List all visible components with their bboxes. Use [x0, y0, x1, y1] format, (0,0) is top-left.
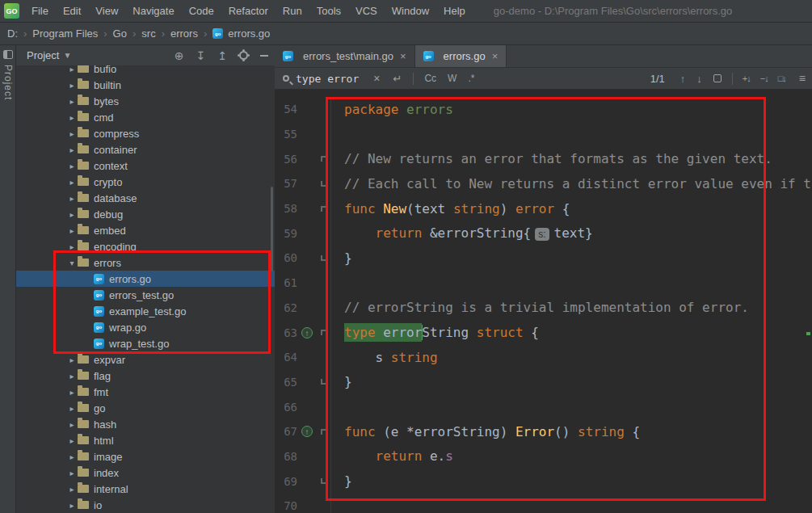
chevron-right-icon[interactable]: ▸ [66, 129, 78, 138]
tree-item-database[interactable]: ▸database [16, 190, 275, 206]
code-line-62[interactable]: 62// errorString is a trivial implementa… [275, 296, 812, 321]
filter-search-icon[interactable]: □↓ [778, 74, 786, 83]
breadcrumb-item-src[interactable]: src [141, 27, 155, 40]
code-line-55[interactable]: 55 [275, 122, 812, 147]
implemented-marker-icon[interactable]: ↑ [301, 426, 313, 437]
fold-end-icon[interactable] [321, 379, 326, 385]
chevron-right-icon[interactable]: ▸ [66, 194, 78, 203]
search-input[interactable]: type error [296, 73, 359, 85]
tab-close-icon[interactable]: × [400, 50, 406, 62]
tree-item-container[interactable]: ▸container [16, 141, 275, 158]
line-number[interactable]: 55 [275, 128, 297, 141]
fold-start-icon[interactable] [321, 429, 326, 435]
chevron-right-icon[interactable]: ▸ [66, 485, 78, 494]
line-number[interactable]: 54 [275, 103, 297, 116]
tree-item-errors-test-go[interactable]: goerrors_test.go [16, 287, 275, 303]
line-number[interactable]: 64 [275, 351, 297, 364]
fold-start-icon[interactable] [321, 330, 326, 335]
line-number[interactable]: 58 [275, 202, 297, 215]
code-line-68[interactable]: 68 return e.s [275, 444, 812, 469]
tree-item-embed[interactable]: ▸embed [16, 222, 275, 238]
tree-item-crypto[interactable]: ▸crypto [16, 174, 275, 190]
search-options-menu-icon[interactable]: ≡ [799, 72, 806, 85]
project-tool-window-icon[interactable] [3, 50, 13, 59]
menu-navigate[interactable]: Navigate [125, 0, 181, 22]
project-scrollbar-thumb[interactable] [271, 187, 273, 271]
hide-panel-icon[interactable] [260, 55, 268, 57]
line-number[interactable]: 62 [275, 301, 297, 314]
line-number[interactable]: 63 [275, 326, 297, 339]
tree-item-builtin[interactable]: ▸builtin [16, 77, 275, 93]
chevron-right-icon[interactable]: ▸ [66, 452, 78, 461]
remove-selection-icon[interactable]: −↓ [760, 74, 768, 83]
menu-tools[interactable]: Tools [309, 0, 348, 22]
chevron-right-icon[interactable]: ▸ [66, 178, 78, 187]
code-line-69[interactable]: 69} [275, 469, 812, 494]
tree-item-image[interactable]: ▸image [16, 448, 275, 465]
tree-item-index[interactable]: ▸index [16, 465, 275, 481]
code-line-61[interactable]: 61 [275, 271, 812, 296]
fold-start-icon[interactable] [321, 206, 326, 212]
line-number[interactable]: 61 [275, 276, 297, 289]
code-line-56[interactable]: 56// New returns an error that formats a… [275, 146, 812, 171]
locate-icon[interactable]: ⊕ [175, 50, 184, 61]
tree-item-errors[interactable]: ▾errors [16, 254, 275, 271]
line-number[interactable]: 57 [275, 177, 297, 190]
code-line-70[interactable]: 70 [275, 494, 812, 513]
breadcrumb-item-d[interactable]: D: [7, 27, 18, 40]
code-line-63[interactable]: 63↑type errorString struct { [275, 320, 812, 345]
tree-item-internal[interactable]: ▸internal [16, 481, 275, 497]
code-line-65[interactable]: 65} [275, 370, 812, 395]
menu-view[interactable]: View [88, 0, 125, 22]
code-line-66[interactable]: 66 [275, 394, 812, 419]
tree-item-html[interactable]: ▸html [16, 432, 275, 448]
chevron-right-icon[interactable]: ▸ [66, 372, 78, 381]
project-stripe-label[interactable]: Project [2, 65, 14, 100]
code-line-54[interactable]: 54package errors [275, 97, 812, 122]
menu-run[interactable]: Run [276, 0, 309, 22]
tree-item-io[interactable]: ▸io [16, 497, 275, 513]
search-match-stripe-mark[interactable] [806, 332, 810, 335]
line-number[interactable]: 56 [275, 153, 297, 166]
chevron-right-icon[interactable]: ▸ [66, 388, 78, 397]
menu-help[interactable]: Help [436, 0, 473, 22]
chevron-right-icon[interactable]: ▸ [66, 501, 78, 510]
regex-toggle[interactable]: .* [468, 73, 474, 84]
chevron-right-icon[interactable]: ▸ [66, 162, 78, 170]
chevron-right-icon[interactable]: ▸ [66, 145, 78, 154]
tree-item-encoding[interactable]: ▸encoding [16, 238, 275, 254]
chevron-right-icon[interactable]: ▸ [66, 242, 78, 251]
tree-item-go[interactable]: ▸go [16, 400, 275, 416]
tree-item-flag[interactable]: ▸flag [16, 368, 275, 384]
tab-errors-test-main-go[interactable]: goerrors_test\main.go× [275, 45, 415, 67]
line-number[interactable]: 65 [275, 376, 297, 389]
tree-item-compress[interactable]: ▸compress [16, 125, 275, 141]
project-panel-title[interactable]: Project [27, 49, 59, 61]
chevron-right-icon[interactable]: ▸ [66, 404, 78, 413]
tree-item-bytes[interactable]: ▸bytes [16, 93, 275, 109]
line-number[interactable]: 59 [275, 227, 297, 240]
menu-window[interactable]: Window [385, 0, 436, 22]
menu-edit[interactable]: Edit [56, 0, 88, 22]
next-match-button[interactable]: ↓ [696, 73, 702, 85]
code-line-60[interactable]: 60} [275, 246, 812, 271]
code-line-67[interactable]: 67↑func (e *errorString) Error() string … [275, 419, 812, 444]
chevron-down-icon[interactable]: ▼ [63, 51, 71, 60]
chevron-down-icon[interactable]: ▾ [66, 259, 78, 267]
tree-item-fmt[interactable]: ▸fmt [16, 384, 275, 400]
chevron-right-icon[interactable]: ▸ [66, 355, 78, 364]
breadcrumb-item-go[interactable]: Go [113, 27, 127, 40]
tree-item-wrap-go[interactable]: gowrap.go [16, 319, 275, 335]
breadcrumb-item-errors-go[interactable]: errors.go [228, 27, 270, 40]
tree-item-example-test-go[interactable]: goexample_test.go [16, 303, 275, 319]
clear-search-icon[interactable]: × [373, 72, 380, 85]
chevron-right-icon[interactable]: ▸ [66, 210, 78, 219]
chevron-right-icon[interactable]: ▸ [66, 113, 78, 122]
select-all-matches-icon[interactable] [713, 74, 722, 82]
expand-all-icon[interactable]: ↧ [196, 50, 206, 61]
whole-words-toggle[interactable]: W [448, 73, 456, 84]
chevron-right-icon[interactable]: ▸ [66, 469, 78, 477]
menu-code[interactable]: Code [182, 0, 221, 22]
line-number[interactable]: 69 [275, 475, 297, 488]
code-line-64[interactable]: 64 s string [275, 345, 812, 370]
